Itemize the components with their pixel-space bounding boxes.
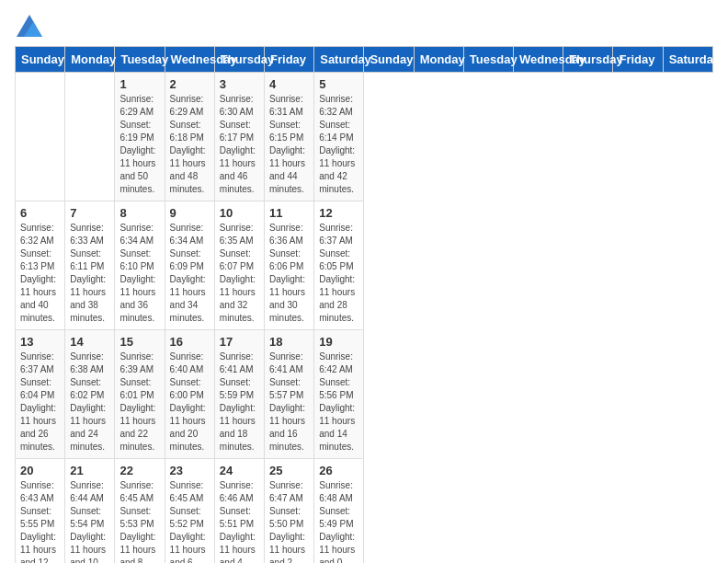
cell-info: Sunrise: 6:45 AMSunset: 5:53 PMDaylight:…	[119, 479, 159, 563]
cell-date: 23	[170, 464, 210, 477]
calendar-header-row: SundayMondayTuesdayWednesdayThursdayFrid…	[16, 47, 713, 73]
week-row-3: 13Sunrise: 6:37 AMSunset: 6:04 PMDayligh…	[16, 330, 713, 459]
page-header	[15, 15, 713, 37]
cell-info: Sunrise: 6:43 AMSunset: 5:55 PMDaylight:…	[20, 479, 60, 563]
cell-info: Sunrise: 6:31 AMSunset: 6:15 PMDaylight:…	[269, 93, 309, 196]
cell-date: 3	[220, 77, 259, 91]
cell-date: 5	[319, 77, 358, 91]
cell-date: 25	[269, 464, 309, 477]
calendar-cell: 12Sunrise: 6:37 AMSunset: 6:05 PMDayligh…	[314, 201, 364, 330]
cell-info: Sunrise: 6:32 AMSunset: 6:13 PMDaylight:…	[20, 222, 60, 325]
cell-date: 26	[319, 464, 358, 477]
calendar-cell: 23Sunrise: 6:45 AMSunset: 5:52 PMDayligh…	[165, 459, 214, 564]
cell-date: 10	[220, 206, 259, 220]
cell-info: Sunrise: 6:37 AMSunset: 6:05 PMDaylight:…	[319, 222, 358, 325]
calendar-cell: 3Sunrise: 6:30 AMSunset: 6:17 PMDaylight…	[214, 73, 264, 201]
cell-info: Sunrise: 6:38 AMSunset: 6:02 PMDaylight:…	[70, 350, 109, 454]
cell-date: 12	[319, 206, 358, 220]
day-header-saturday: Saturday	[314, 47, 364, 73]
cell-info: Sunrise: 6:47 AMSunset: 5:50 PMDaylight:…	[269, 479, 309, 563]
calendar-cell: 6Sunrise: 6:32 AMSunset: 6:13 PMDaylight…	[16, 201, 65, 330]
cell-date: 16	[170, 335, 210, 349]
day-header-wednesday: Wednesday	[514, 47, 563, 73]
day-header-saturday: Saturday	[663, 47, 712, 73]
calendar-cell: 5Sunrise: 6:32 AMSunset: 6:14 PMDaylight…	[314, 73, 364, 201]
cell-info: Sunrise: 6:34 AMSunset: 6:09 PMDaylight:…	[170, 222, 210, 325]
cell-date: 8	[119, 206, 159, 220]
calendar-cell: 1Sunrise: 6:29 AMSunset: 6:19 PMDaylight…	[115, 73, 165, 201]
cell-date: 9	[170, 206, 210, 220]
cell-info: Sunrise: 6:41 AMSunset: 5:57 PMDaylight:…	[269, 350, 309, 454]
cell-info: Sunrise: 6:37 AMSunset: 6:04 PMDaylight:…	[20, 350, 60, 454]
calendar-cell: 17Sunrise: 6:41 AMSunset: 5:59 PMDayligh…	[214, 330, 264, 459]
cell-date: 18	[269, 335, 309, 349]
calendar-cell: 10Sunrise: 6:35 AMSunset: 6:07 PMDayligh…	[214, 201, 264, 330]
cell-date: 7	[70, 206, 109, 220]
calendar-cell: 20Sunrise: 6:43 AMSunset: 5:55 PMDayligh…	[16, 459, 65, 564]
calendar-cell: 26Sunrise: 6:48 AMSunset: 5:49 PMDayligh…	[314, 459, 364, 564]
cell-info: Sunrise: 6:30 AMSunset: 6:17 PMDaylight:…	[220, 93, 259, 196]
cell-info: Sunrise: 6:41 AMSunset: 5:59 PMDaylight:…	[220, 350, 259, 454]
calendar-cell: 4Sunrise: 6:31 AMSunset: 6:15 PMDaylight…	[265, 73, 314, 201]
cell-date: 2	[170, 77, 210, 91]
calendar-cell	[16, 73, 65, 201]
cell-info: Sunrise: 6:45 AMSunset: 5:52 PMDaylight:…	[170, 479, 210, 563]
calendar-cell	[65, 73, 115, 201]
calendar-cell: 13Sunrise: 6:37 AMSunset: 6:04 PMDayligh…	[16, 330, 65, 459]
day-header-monday: Monday	[414, 47, 463, 73]
cell-date: 6	[20, 206, 60, 220]
calendar-cell: 7Sunrise: 6:33 AMSunset: 6:11 PMDaylight…	[65, 201, 115, 330]
cell-date: 21	[70, 464, 109, 477]
day-header-friday: Friday	[613, 47, 663, 73]
cell-info: Sunrise: 6:33 AMSunset: 6:11 PMDaylight:…	[70, 222, 109, 325]
week-row-2: 6Sunrise: 6:32 AMSunset: 6:13 PMDaylight…	[16, 201, 713, 330]
calendar-cell: 9Sunrise: 6:34 AMSunset: 6:09 PMDaylight…	[165, 201, 214, 330]
day-header-monday: Monday	[65, 47, 115, 73]
calendar-cell: 24Sunrise: 6:46 AMSunset: 5:51 PMDayligh…	[214, 459, 264, 564]
day-header-thursday: Thursday	[563, 47, 613, 73]
cell-info: Sunrise: 6:39 AMSunset: 6:01 PMDaylight:…	[119, 350, 159, 454]
cell-date: 22	[119, 464, 159, 477]
cell-date: 13	[20, 335, 60, 349]
day-header-tuesday: Tuesday	[115, 47, 165, 73]
cell-date: 19	[319, 335, 358, 349]
calendar-cell: 22Sunrise: 6:45 AMSunset: 5:53 PMDayligh…	[115, 459, 165, 564]
logo	[15, 15, 42, 37]
calendar-cell: 15Sunrise: 6:39 AMSunset: 6:01 PMDayligh…	[115, 330, 165, 459]
cell-info: Sunrise: 6:29 AMSunset: 6:18 PMDaylight:…	[170, 93, 210, 196]
calendar-cell: 19Sunrise: 6:42 AMSunset: 5:56 PMDayligh…	[314, 330, 364, 459]
cell-info: Sunrise: 6:36 AMSunset: 6:06 PMDaylight:…	[269, 222, 309, 325]
calendar-cell: 16Sunrise: 6:40 AMSunset: 6:00 PMDayligh…	[165, 330, 214, 459]
week-row-4: 20Sunrise: 6:43 AMSunset: 5:55 PMDayligh…	[16, 459, 713, 564]
cell-date: 15	[119, 335, 159, 349]
day-header-friday: Friday	[265, 47, 314, 73]
cell-info: Sunrise: 6:46 AMSunset: 5:51 PMDaylight:…	[220, 479, 259, 563]
cell-info: Sunrise: 6:35 AMSunset: 6:07 PMDaylight:…	[220, 222, 259, 325]
cell-date: 14	[70, 335, 109, 349]
day-header-thursday: Thursday	[214, 47, 264, 73]
cell-info: Sunrise: 6:29 AMSunset: 6:19 PMDaylight:…	[119, 93, 159, 196]
calendar-cell: 11Sunrise: 6:36 AMSunset: 6:06 PMDayligh…	[265, 201, 314, 330]
calendar-cell: 25Sunrise: 6:47 AMSunset: 5:50 PMDayligh…	[265, 459, 314, 564]
calendar-cell: 2Sunrise: 6:29 AMSunset: 6:18 PMDaylight…	[165, 73, 214, 201]
cell-info: Sunrise: 6:32 AMSunset: 6:14 PMDaylight:…	[319, 93, 358, 196]
cell-date: 17	[220, 335, 259, 349]
day-header-tuesday: Tuesday	[463, 47, 513, 73]
cell-info: Sunrise: 6:42 AMSunset: 5:56 PMDaylight:…	[319, 350, 358, 454]
cell-date: 24	[220, 464, 259, 477]
day-header-wednesday: Wednesday	[165, 47, 214, 73]
cell-info: Sunrise: 6:40 AMSunset: 6:00 PMDaylight:…	[170, 350, 210, 454]
calendar-cell: 21Sunrise: 6:44 AMSunset: 5:54 PMDayligh…	[65, 459, 115, 564]
cell-info: Sunrise: 6:48 AMSunset: 5:49 PMDaylight:…	[319, 479, 358, 563]
cell-date: 20	[20, 464, 60, 477]
cell-info: Sunrise: 6:34 AMSunset: 6:10 PMDaylight:…	[119, 222, 159, 325]
week-row-1: 1Sunrise: 6:29 AMSunset: 6:19 PMDaylight…	[16, 73, 713, 201]
cell-info: Sunrise: 6:44 AMSunset: 5:54 PMDaylight:…	[70, 479, 109, 563]
cell-date: 1	[119, 77, 159, 91]
calendar-cell: 18Sunrise: 6:41 AMSunset: 5:57 PMDayligh…	[265, 330, 314, 459]
calendar-table: SundayMondayTuesdayWednesdayThursdayFrid…	[15, 46, 713, 563]
day-header-sunday: Sunday	[364, 47, 414, 73]
day-header-sunday: Sunday	[16, 47, 65, 73]
cell-date: 4	[269, 77, 309, 91]
cell-date: 11	[269, 206, 309, 220]
